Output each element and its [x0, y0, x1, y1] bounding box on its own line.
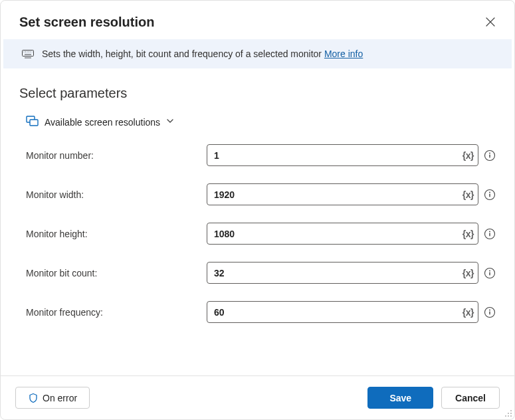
svg-point-24 [489, 309, 490, 310]
svg-rect-0 [23, 51, 34, 56]
svg-rect-13 [489, 154, 490, 158]
dialog-title: Set screen resolution [19, 15, 154, 30]
svg-rect-16 [489, 193, 490, 197]
svg-point-29 [505, 415, 506, 417]
field-monitor-frequency: Monitor frequency: {x} [19, 301, 496, 323]
svg-point-12 [489, 152, 490, 154]
section-title: Select parameters [19, 86, 496, 101]
on-error-button[interactable]: On error [15, 387, 90, 409]
monitor-bit-count-info[interactable] [484, 267, 496, 279]
dialog-footer: On error Save Cancel [1, 375, 514, 419]
save-button[interactable]: Save [367, 387, 433, 409]
dialog-header: Set screen resolution [1, 1, 514, 39]
monitor-number-label: Monitor number: [19, 150, 207, 161]
monitor-width-info[interactable] [484, 189, 496, 201]
resolutions-icon [26, 114, 39, 130]
monitor-width-input[interactable] [207, 183, 478, 205]
monitor-bit-count-input[interactable] [207, 262, 478, 284]
save-label: Save [389, 393, 411, 403]
monitor-number-info[interactable] [484, 150, 496, 161]
monitor-bit-count-label: Monitor bit count: [19, 268, 207, 278]
info-icon [484, 306, 496, 318]
monitor-frequency-label: Monitor frequency: [19, 307, 207, 318]
svg-point-31 [510, 415, 512, 417]
keyboard-icon [22, 49, 34, 58]
available-resolutions-toggle[interactable]: Available screen resolutions [26, 114, 496, 130]
field-monitor-height: Monitor height: {x} [19, 223, 496, 245]
svg-rect-10 [30, 120, 38, 126]
cancel-label: Cancel [455, 393, 486, 403]
info-icon [484, 228, 496, 240]
field-monitor-width: Monitor width: {x} [19, 183, 496, 205]
available-resolutions-label: Available screen resolutions [45, 117, 160, 128]
svg-rect-22 [489, 272, 490, 275]
chevron-down-icon [165, 116, 175, 128]
info-icon [484, 267, 496, 279]
svg-point-27 [508, 413, 509, 414]
monitor-height-info[interactable] [484, 228, 496, 240]
dialog: Set screen resolution Sets the width, he… [0, 0, 515, 420]
field-monitor-number: Monitor number: {x} [19, 144, 496, 166]
content-area: Select parameters Available screen resol… [1, 68, 514, 375]
svg-rect-19 [489, 233, 490, 236]
info-description: Sets the width, height, bit count and fr… [42, 49, 324, 59]
monitor-height-input[interactable] [207, 223, 478, 245]
resize-grip-icon[interactable] [504, 409, 513, 418]
monitor-width-label: Monitor width: [19, 189, 207, 200]
info-bar-text: Sets the width, height, bit count and fr… [42, 49, 363, 59]
monitor-number-input[interactable] [207, 144, 478, 166]
svg-point-26 [510, 410, 512, 411]
info-icon [484, 150, 496, 161]
on-error-label: On error [43, 393, 77, 403]
cancel-button[interactable]: Cancel [441, 387, 500, 409]
close-button[interactable] [482, 14, 498, 30]
field-monitor-bit-count: Monitor bit count: {x} [19, 262, 496, 284]
info-bar: Sets the width, height, bit count and fr… [3, 39, 512, 68]
monitor-frequency-info[interactable] [484, 306, 496, 318]
monitor-height-label: Monitor height: [19, 229, 207, 239]
svg-point-30 [508, 415, 509, 417]
svg-point-15 [489, 191, 490, 193]
svg-point-21 [489, 270, 490, 271]
monitor-frequency-input[interactable] [207, 301, 478, 323]
shield-icon [28, 393, 39, 403]
close-icon [485, 17, 496, 27]
svg-point-18 [489, 231, 490, 232]
info-icon [484, 189, 496, 201]
svg-rect-25 [489, 311, 490, 314]
svg-point-28 [510, 413, 512, 414]
more-info-link[interactable]: More info [324, 49, 363, 59]
